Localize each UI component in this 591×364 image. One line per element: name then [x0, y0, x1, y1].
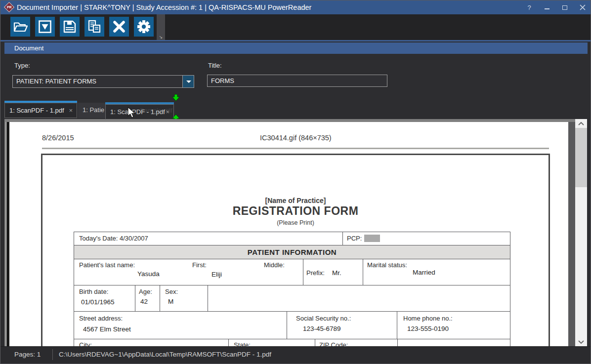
age-value: 42: [140, 298, 148, 305]
table-row: Today's Date: 4/30/2007 PCP:: [74, 232, 510, 245]
ssn-value: 123-45-6789: [303, 325, 341, 332]
table-row: City: State: ZIP Code:: [74, 339, 510, 346]
document-group-header: Document: [4, 42, 588, 54]
phone-label: Home phone no.:: [403, 315, 453, 322]
tab-close-icon: ×: [166, 105, 169, 119]
last-name-value: Yasuda: [137, 270, 160, 278]
sex-value: M: [168, 298, 173, 305]
birth-label: Birth date:: [79, 288, 108, 295]
paste-document-icon[interactable]: [84, 17, 104, 37]
import-down-arrow-icon[interactable]: [35, 17, 55, 37]
table-row: Birth date: 01/01/1965 Age: 42 Sex: M: [74, 285, 510, 312]
pcp-field: PCP:: [347, 235, 380, 242]
prefix-value: Mr.: [332, 269, 341, 277]
scroll-up-icon[interactable]: [575, 119, 587, 127]
chevron-down-icon[interactable]: [182, 76, 194, 87]
section-header: PATIENT INFORMATION: [74, 245, 510, 259]
window-title: Document Importer | STARK^TONY | Study A…: [17, 0, 311, 14]
maximize-icon[interactable]: [561, 3, 569, 11]
dragged-tab-scanpdf-1[interactable]: 1: ScanPDF - 1.pdf ×: [105, 102, 174, 120]
app-icon: PR: [4, 2, 14, 12]
scrollbar-thumb[interactable]: [575, 128, 587, 187]
titlebar: PR Document Importer | STARK^TONY | Stud…: [0, 0, 591, 14]
table-row: Patient's last name: Yasuda First: Eliji…: [74, 259, 510, 285]
phone-value: 123-555-0190: [407, 325, 449, 332]
open-folder-icon[interactable]: [10, 17, 30, 37]
form-title: REGISTRATION FORM: [42, 204, 549, 218]
table-row: PATIENT INFORMATION: [74, 245, 510, 259]
title-label: Title:: [208, 62, 222, 69]
settings-gear-icon[interactable]: [134, 17, 154, 37]
viewer-right-border: [568, 122, 575, 346]
state-label: State:: [234, 341, 251, 346]
first-name-label: First:: [192, 261, 207, 269]
overflow-arrow-icon: ↘: [157, 35, 165, 40]
marital-value: Married: [413, 269, 435, 276]
last-name-label: Patient's last name:: [79, 261, 135, 269]
form-subtitle: (Please Print): [42, 219, 549, 226]
age-label: Age:: [139, 288, 152, 295]
scanned-page: [Name of Practice] REGISTRATION FORM (Pl…: [41, 154, 550, 346]
table-row: Street address: 4567 Elm Street Social S…: [74, 312, 510, 339]
middle-name-label: Middle:: [264, 261, 285, 269]
vertical-scrollbar[interactable]: [575, 119, 587, 346]
tab-scanpdf-1-active[interactable]: 1: ScanPDF - 1.pdf ×: [4, 101, 77, 118]
status-bar: Pages: 1 C:\Users\RDEVAG~1\AppData\Local…: [0, 346, 591, 364]
todays-date: Today's Date: 4/30/2007: [79, 235, 148, 242]
mouse-cursor: [127, 107, 138, 119]
group-top-border: [0, 40, 591, 41]
tab-close-icon[interactable]: ×: [69, 103, 73, 118]
prefix-label: Prefix:: [306, 269, 325, 277]
minimize-icon[interactable]: [543, 3, 551, 11]
registration-form-table: Today's Date: 4/30/2007 PCP: PATIENT INF…: [74, 232, 510, 346]
delete-x-icon[interactable]: [109, 17, 129, 37]
status-separator: [52, 349, 53, 360]
ssn-label: Social Security no.:: [296, 315, 351, 322]
scan-header-filename: IC30414.gif (846×735): [260, 134, 332, 142]
scan-header-date: 8/26/2015: [42, 134, 74, 142]
title-input[interactable]: FORMS: [207, 75, 387, 87]
zip-label: ZIP Code:: [319, 341, 348, 346]
type-dropdown[interactable]: PATIENT: PATIENT FORMS: [12, 75, 194, 88]
street-value: 4567 Elm Street: [83, 325, 131, 333]
tab-label: 1: ScanPDF - 1.pdf: [9, 103, 64, 118]
first-name-value: Eliji: [211, 271, 222, 278]
marital-label: Marital status:: [367, 261, 407, 269]
pages-count: Pages: 1: [14, 351, 41, 358]
drop-indicator-arrow-top: [172, 94, 180, 101]
scan-header-rule: [42, 148, 549, 149]
pcp-redaction-box: [364, 235, 380, 242]
scroll-down-icon[interactable]: [575, 338, 587, 346]
birth-value: 01/01/1965: [81, 298, 115, 306]
save-icon[interactable]: [60, 17, 80, 37]
close-icon[interactable]: [579, 3, 587, 11]
document-importer-window: PR Document Importer | STARK^TONY | Stud…: [0, 0, 591, 364]
practice-name: [Name of Practice]: [42, 197, 549, 204]
sex-label: Sex:: [165, 288, 178, 295]
file-path: C:\Users\RDEVAG~1\AppData\Local\Temp\RAM…: [59, 351, 271, 358]
type-label: Type:: [14, 62, 30, 69]
street-label: Street address:: [79, 315, 123, 322]
scan-left-edge-artifact: [6, 122, 9, 346]
toolbar-overflow-button[interactable]: ↘: [157, 14, 165, 40]
toolbar: ↘: [1, 14, 591, 40]
document-preview-pane[interactable]: 8/26/2015 IC30414.gif (846×735) [Name of…: [4, 119, 575, 346]
city-label: City:: [79, 341, 92, 346]
tab-label: 1: Patie: [83, 103, 104, 117]
type-dropdown-value: PATIENT: PATIENT FORMS: [16, 76, 96, 87]
help-icon[interactable]: ?: [525, 3, 533, 11]
